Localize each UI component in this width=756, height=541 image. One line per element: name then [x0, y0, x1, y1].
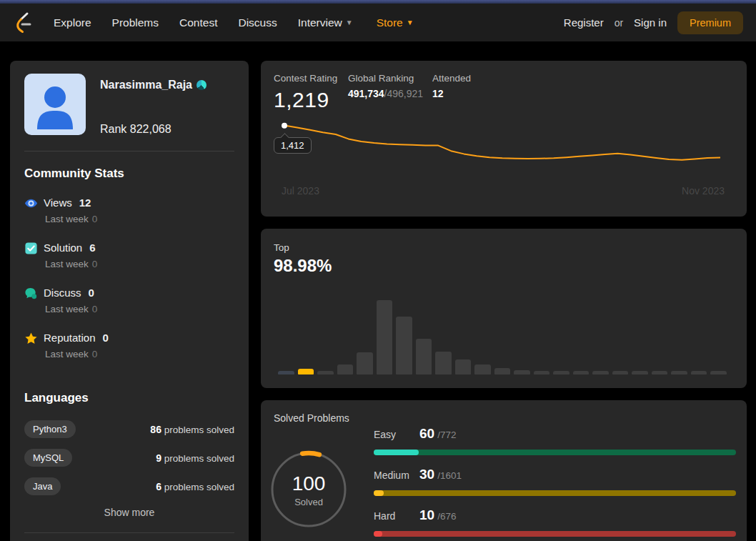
histogram-bar [337, 364, 354, 374]
histogram-bar [573, 371, 590, 374]
nav-store-label: Store [377, 16, 403, 29]
chevron-down-icon: ▼ [346, 19, 353, 26]
attended-label: Attended [432, 73, 471, 84]
stat-value: 12 [79, 197, 91, 209]
reputation-icon [24, 332, 38, 345]
histogram-bar [514, 370, 530, 374]
medium-progress-track [374, 490, 736, 496]
or-text: or [615, 17, 623, 29]
easy-total: /772 [437, 430, 456, 440]
premium-button[interactable]: Premium [677, 11, 743, 34]
register-link[interactable]: Register [564, 16, 604, 29]
language-pill: MySQL [24, 449, 72, 467]
hard-row: Hard 10 /676 [374, 507, 736, 537]
stat-row-discuss[interactable]: Discuss 0 Last week0 [24, 287, 234, 314]
stat-sub-value: 0 [92, 259, 98, 269]
histogram-bar [494, 368, 511, 374]
contest-rating-value: 1,219 [274, 88, 348, 112]
stat-row-views[interactable]: Views 12 Last week0 [24, 197, 234, 224]
rating-tooltip: 1,412 [274, 137, 312, 154]
stat-label: Solution [44, 242, 82, 254]
easy-progress-track [374, 450, 736, 455]
stat-sub-value: 0 [92, 214, 98, 224]
histogram-bar-highlight [298, 369, 314, 374]
global-ranking-label: Global Ranking [348, 73, 432, 84]
stat-sub-label: Last week [45, 304, 89, 314]
ring-text: 100 Solved [269, 450, 349, 530]
username-text: Narasimma_Raja [100, 79, 192, 91]
histogram-bar [553, 371, 570, 374]
nav-menu: Explore Problems Contest Discuss Intervi… [54, 16, 414, 29]
profile-card: Narasimma_Raja Rank 822,068 Community St… [10, 61, 249, 541]
histogram-bar [534, 371, 550, 374]
language-row-python3: Python3 86 problems solved [24, 420, 234, 438]
medium-total: /1601 [437, 470, 462, 481]
hard-total: /676 [437, 511, 456, 522]
stat-label: Views [44, 197, 72, 209]
stat-row-reputation[interactable]: Reputation 0 Last week0 [24, 332, 234, 359]
chevron-down-icon: ▼ [407, 19, 414, 26]
languages-title: Languages [24, 391, 89, 405]
stat-sub-value: 0 [92, 349, 98, 359]
nav-explore[interactable]: Explore [54, 16, 91, 29]
histogram-bar [455, 359, 472, 374]
stat-sub-label: Last week [45, 214, 89, 224]
avatar [24, 74, 86, 135]
nav-auth-group: Register or Sign in Premium [564, 11, 743, 34]
leetcode-profile-page: Explore Problems Contest Discuss Intervi… [0, 0, 756, 541]
divider [24, 532, 234, 533]
nav-problems[interactable]: Problems [112, 16, 159, 29]
histogram-bar [652, 371, 668, 374]
histogram-bar [671, 371, 687, 374]
medium-label: Medium [374, 470, 419, 481]
language-row-java: Java 6 problems solved [24, 477, 234, 495]
global-ranking-value: 491,734/496,921 [348, 88, 432, 99]
nav-store-dropdown[interactable]: Store ▼ [377, 16, 414, 29]
contest-rating-card: Contest Rating 1,219 Global Ranking 491,… [261, 61, 747, 217]
navbar: Explore Problems Contest Discuss Intervi… [0, 4, 756, 41]
language-suffix: problems solved [161, 425, 234, 435]
views-icon [24, 197, 38, 210]
histogram-bar [278, 371, 294, 374]
language-row-mysql: MySQL 9 problems solved [24, 449, 234, 467]
x-axis-label-right: Nov 2023 [682, 185, 725, 197]
histogram-bar [632, 371, 648, 374]
nav-contest[interactable]: Contest [179, 16, 217, 29]
stat-row-solution[interactable]: Solution 6 Last week0 [24, 242, 234, 269]
top-label: Top [274, 242, 289, 253]
stat-sub-label: Last week [45, 259, 89, 269]
histogram-bar [396, 317, 412, 374]
language-count: 6 [156, 481, 161, 492]
stat-value: 6 [89, 242, 95, 254]
community-stats-title: Community Stats [24, 167, 124, 181]
histogram-bar [377, 300, 393, 374]
ranking-number: 491,734 [348, 88, 384, 99]
stat-sub-label: Last week [45, 349, 89, 359]
solved-total: 100 [292, 472, 326, 495]
language-count: 86 [150, 424, 161, 435]
hard-progress-fill [374, 531, 382, 537]
nav-interview-dropdown[interactable]: Interview ▼ [298, 16, 353, 29]
discuss-icon [24, 287, 38, 300]
contest-stats: Contest Rating 1,219 Global Ranking 491,… [274, 73, 471, 112]
show-more-button[interactable]: Show more [10, 507, 249, 518]
nav-discuss[interactable]: Discuss [238, 16, 277, 29]
hard-value: 10 [419, 507, 434, 523]
percentile-histogram [278, 300, 727, 374]
stat-label: Discuss [44, 287, 81, 299]
signin-link[interactable]: Sign in [634, 16, 667, 29]
medium-value: 30 [419, 467, 434, 482]
x-axis-label-left: Jul 2023 [282, 185, 319, 197]
user-badge-icon [197, 80, 207, 90]
medium-row: Medium 30 /1601 [374, 467, 736, 496]
rank-text: Rank 822,068 [100, 123, 171, 136]
leetcode-logo-icon[interactable] [13, 11, 32, 34]
stat-value: 0 [89, 287, 94, 299]
stat-sub-value: 0 [92, 304, 98, 314]
histogram-bar [592, 371, 609, 374]
divider [24, 151, 234, 152]
histogram-bar [317, 371, 334, 374]
language-pill: Java [24, 477, 61, 495]
stat-value: 0 [103, 332, 109, 344]
histogram-bar [474, 364, 491, 374]
